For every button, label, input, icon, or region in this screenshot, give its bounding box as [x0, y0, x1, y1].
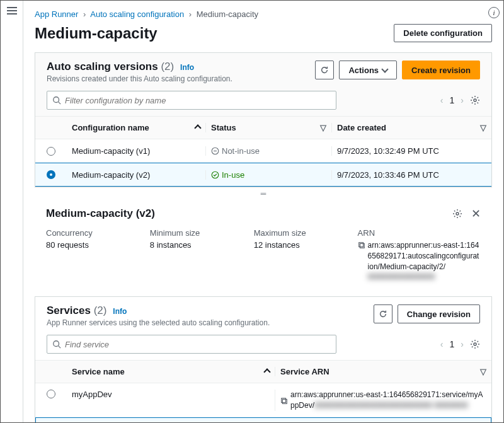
- th-service-arn[interactable]: Service ARN: [280, 367, 478, 376]
- versions-subtext: Revisions created under this Auto scalin…: [47, 74, 232, 83]
- versions-info-link[interactable]: Info: [180, 63, 194, 72]
- gear-icon: [470, 339, 480, 349]
- svg-rect-12: [282, 399, 287, 403]
- versions-refresh-button[interactable]: [315, 61, 334, 79]
- versions-next-page[interactable]: ›: [461, 95, 464, 105]
- services-refresh-button[interactable]: [374, 304, 392, 323]
- version-row[interactable]: Medium-capacity (v2) In-use 9/7/2023, 10…: [35, 163, 491, 187]
- version-radio[interactable]: [47, 147, 55, 156]
- svg-line-1: [59, 102, 61, 105]
- svg-rect-13: [282, 398, 286, 403]
- service-row[interactable]: myAppDev arn:aws:apprunner:us-east-1:164…: [35, 383, 491, 417]
- page-title: Medium-capacity: [35, 25, 158, 42]
- refresh-icon: [379, 310, 387, 318]
- svg-point-9: [54, 341, 59, 347]
- menu-toggle-icon[interactable]: [7, 7, 17, 14]
- services-info-link[interactable]: Info: [113, 307, 127, 316]
- sort-asc-icon: [194, 124, 201, 131]
- breadcrumb: App Runner › Auto scaling configuration …: [35, 9, 492, 19]
- in-use-icon: [211, 171, 219, 179]
- versions-filter-input-wrapper[interactable]: [47, 91, 336, 110]
- detail-title: Medium-capacity (v2): [46, 207, 155, 220]
- services-filter-input[interactable]: [65, 340, 331, 349]
- svg-point-11: [474, 343, 476, 345]
- versions-filter-input[interactable]: [65, 96, 331, 105]
- version-row[interactable]: Medium-capacity (v1) Not-in-use 9/7/2023…: [35, 139, 491, 163]
- services-next-page[interactable]: ›: [461, 339, 464, 349]
- breadcrumb-root[interactable]: App Runner: [35, 9, 78, 19]
- detail-settings-button[interactable]: [452, 209, 462, 219]
- gear-icon: [470, 95, 480, 105]
- service-radio[interactable]: [47, 390, 55, 398]
- help-panel-icon[interactable]: i: [488, 7, 500, 18]
- search-icon: [52, 340, 61, 349]
- search-icon: [52, 96, 61, 105]
- th-config-name[interactable]: Configuration name: [72, 123, 190, 132]
- not-in-use-icon: [211, 147, 219, 155]
- th-service-name[interactable]: Service name: [72, 367, 260, 376]
- services-settings-button[interactable]: [470, 339, 480, 349]
- version-radio[interactable]: [47, 170, 55, 179]
- refresh-icon: [320, 66, 329, 74]
- sort-asc-icon: [263, 368, 270, 375]
- breadcrumb-current: Medium-capacity: [197, 9, 258, 19]
- copy-icon[interactable]: [358, 241, 365, 249]
- chevron-down-icon: [381, 66, 388, 72]
- services-prev-page[interactable]: ‹: [440, 339, 444, 349]
- services-heading: Services (2): [47, 304, 106, 316]
- versions-prev-page[interactable]: ‹: [440, 95, 444, 105]
- gear-icon: [452, 209, 462, 219]
- versions-heading: Auto scaling versions (2): [47, 61, 174, 72]
- change-revision-button[interactable]: Change revision: [398, 304, 480, 323]
- th-date[interactable]: Date created: [337, 123, 478, 132]
- svg-line-10: [59, 346, 61, 349]
- create-revision-button[interactable]: Create revision: [402, 61, 480, 79]
- close-icon[interactable]: ✕: [471, 207, 481, 221]
- svg-rect-7: [360, 243, 364, 248]
- delete-configuration-button[interactable]: Delete configuration: [394, 24, 492, 42]
- split-panel-handle[interactable]: ═: [35, 187, 492, 200]
- breadcrumb-level1[interactable]: Auto scaling configuration: [90, 9, 184, 19]
- th-status[interactable]: Status: [211, 123, 318, 132]
- svg-point-2: [474, 99, 476, 101]
- versions-page-number: 1: [450, 95, 455, 105]
- services-filter-input-wrapper[interactable]: [47, 335, 336, 354]
- service-row[interactable]: pythonTest arn:aws:apprunner:us-east-1:1…: [35, 417, 491, 422]
- svg-rect-8: [358, 243, 363, 247]
- versions-actions-button[interactable]: Actions: [339, 61, 397, 79]
- svg-point-6: [456, 212, 459, 215]
- svg-point-0: [54, 97, 59, 103]
- versions-settings-button[interactable]: [470, 95, 480, 105]
- copy-icon[interactable]: [280, 397, 288, 405]
